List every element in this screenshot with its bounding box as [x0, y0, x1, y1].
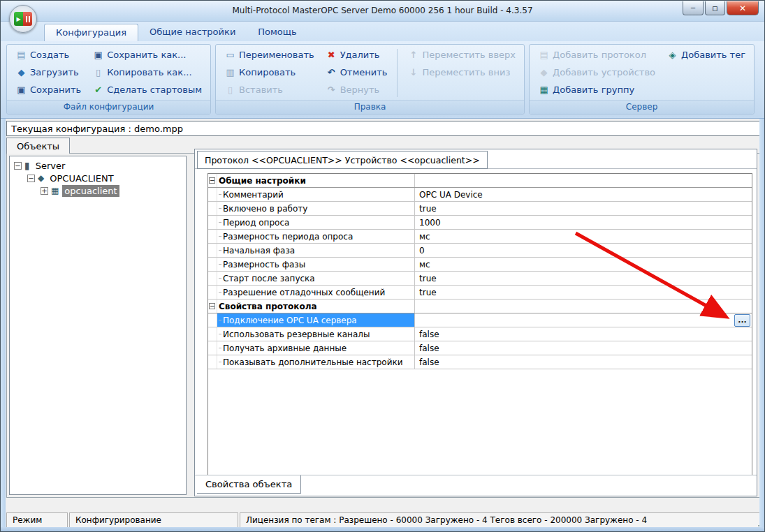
add-device-icon	[538, 67, 550, 77]
property-name[interactable]: Получать архивные данные	[217, 341, 415, 355]
property-name[interactable]: Размерность фазы	[217, 258, 415, 271]
tab-configuration[interactable]: Конфигурация	[44, 24, 138, 41]
group-name[interactable]: Свойства протокола	[217, 300, 415, 313]
move-down-icon	[407, 67, 419, 77]
property-row[interactable]: Включено в работу true	[208, 202, 752, 216]
add-group-button[interactable]: Добавить группу	[532, 81, 661, 98]
minimize-button[interactable]	[683, 1, 704, 15]
property-value[interactable]: true	[415, 272, 752, 285]
ellipsis-button[interactable]: ...	[734, 314, 750, 327]
property-group-row[interactable]: Общие настройки	[208, 174, 752, 188]
undo-button[interactable]: Отменить	[320, 64, 393, 81]
group-name[interactable]: Общие настройки	[217, 174, 415, 187]
restore-button[interactable]	[705, 1, 725, 15]
save-as-icon	[92, 50, 104, 60]
tab-help[interactable]: Помощь	[247, 24, 307, 41]
close-button[interactable]	[727, 1, 759, 15]
device-icon	[51, 186, 59, 195]
undo-icon	[326, 67, 337, 77]
save-as-button[interactable]: Сохранить как...	[87, 46, 207, 64]
tab-objects[interactable]: Объекты	[6, 138, 70, 154]
property-name[interactable]: Комментарий	[217, 188, 415, 201]
tree-item-label[interactable]: OPCUACLIENT	[48, 172, 115, 184]
property-value[interactable]: false	[415, 355, 752, 369]
collapse-expander-icon[interactable]	[27, 175, 35, 182]
property-row[interactable]: Комментарий OPC UA Device	[208, 188, 752, 202]
add-tag-button[interactable]: Добавить тег	[661, 46, 751, 64]
property-group-row[interactable]: Свойства протокола	[208, 300, 752, 313]
property-value[interactable]: 1000	[415, 216, 752, 229]
app-menu-button[interactable]	[9, 5, 37, 33]
property-value[interactable]: false	[415, 327, 752, 341]
save-icon	[15, 84, 27, 95]
save-button[interactable]: Сохранить	[10, 81, 87, 98]
property-value[interactable]: true	[415, 286, 752, 299]
make-startup-button[interactable]: Сделать стартовым	[87, 81, 207, 98]
group-label-edit: Правка	[216, 100, 524, 114]
copy-button[interactable]: Копировать	[219, 64, 320, 81]
tree-item-label-selected[interactable]: opcuaclient	[62, 185, 119, 197]
grid-gutter	[208, 327, 217, 341]
property-row[interactable]: Старт после запуска true	[208, 272, 752, 286]
property-value[interactable]: false	[415, 341, 752, 355]
save-button-label: Сохранить	[30, 84, 81, 95]
bottom-tab-strip: Свойства объекта	[195, 475, 757, 496]
window-controls	[683, 1, 759, 15]
property-value[interactable]: ...	[415, 313, 752, 327]
property-name[interactable]: Период опроса	[217, 216, 415, 229]
property-row[interactable]: Размерность фазы мс	[208, 258, 752, 272]
property-value[interactable]: 0	[415, 244, 752, 257]
grid-gutter	[208, 313, 217, 327]
property-row[interactable]: Использовать резервные каналы false	[208, 327, 752, 341]
window-title: Multi-Protocol MasterOPC Server Demo 600…	[1, 6, 764, 15]
property-row[interactable]: Получать архивные данные false	[208, 341, 752, 355]
load-button[interactable]: Загрузить	[10, 64, 87, 81]
property-value[interactable]: мс	[415, 230, 752, 243]
property-name[interactable]: Начальная фаза	[217, 244, 415, 257]
paste-button-label: Вставить	[239, 84, 283, 95]
save-as-button-label: Сохранить как...	[107, 50, 186, 60]
pause-icon	[23, 12, 32, 26]
tree-item-opcuaclient-device[interactable]: opcuaclient	[10, 184, 186, 197]
current-configuration-bar: Текущая конфигурация : demo.mpp	[6, 121, 760, 136]
property-value[interactable]: true	[415, 202, 752, 215]
expand-expander-icon[interactable]	[41, 187, 48, 195]
tab-object-properties[interactable]: Свойства объекта	[197, 475, 301, 494]
property-name[interactable]: Использовать резервные каналы	[217, 327, 415, 341]
property-row-selected[interactable]: Подключение OPC UA сервера ...	[208, 313, 752, 327]
property-row[interactable]: Показывать дополнительные настройки fals…	[208, 355, 752, 369]
new-document-icon	[15, 50, 27, 60]
property-row[interactable]: Период опроса 1000	[208, 216, 752, 230]
collapse-group-icon[interactable]	[209, 177, 215, 184]
property-name[interactable]: Показывать дополнительные настройки	[217, 355, 415, 369]
tab-protocol-device[interactable]: Протокол <<OPCUACLIENT>> Устройство <<op…	[197, 151, 488, 169]
tab-general-settings[interactable]: Общие настройки	[138, 24, 247, 41]
collapse-group-icon[interactable]	[209, 303, 215, 309]
tree-item-server[interactable]: Server	[10, 159, 186, 172]
property-name[interactable]: Размерность периода опроса	[217, 230, 415, 243]
property-name-selected[interactable]: Подключение OPC UA сервера	[217, 313, 415, 327]
rename-button[interactable]: Переименовать	[219, 46, 320, 64]
property-value[interactable]: мс	[415, 258, 752, 271]
property-row[interactable]: Начальная фаза 0	[208, 244, 752, 258]
property-name[interactable]: Разрешение отладочных сообщений	[217, 286, 415, 299]
property-name[interactable]: Включено в работу	[217, 202, 415, 215]
property-value[interactable]: OPC UA Device	[415, 188, 752, 201]
property-row[interactable]: Разрешение отладочных сообщений true	[208, 286, 752, 300]
ribbon-tab-strip: Конфигурация Общие настройки Помощь	[1, 22, 764, 41]
grid-gutter	[208, 244, 217, 257]
delete-button[interactable]: Удалить	[320, 46, 393, 64]
property-name[interactable]: Старт после запуска	[217, 272, 415, 285]
create-button[interactable]: Создать	[10, 46, 87, 64]
status-mode-label: Режим	[6, 512, 68, 528]
group-label-config-file: Файл конфигурации	[7, 100, 210, 114]
app-window: Multi-Protocol MasterOPC Server Demo 600…	[0, 0, 765, 532]
property-row[interactable]: Размерность периода опроса мс	[208, 230, 752, 244]
tree-item-label[interactable]: Server	[34, 160, 68, 172]
copy-as-button[interactable]: Копировать как...	[87, 64, 207, 81]
add-protocol-icon	[538, 50, 550, 60]
collapse-expander-icon[interactable]	[14, 162, 22, 170]
tree-item-opcuaclient-protocol[interactable]: OPCUACLIENT	[10, 172, 186, 184]
add-tag-button-label: Добавить тег	[681, 50, 745, 60]
add-device-button: Добавить устройство	[532, 64, 661, 81]
